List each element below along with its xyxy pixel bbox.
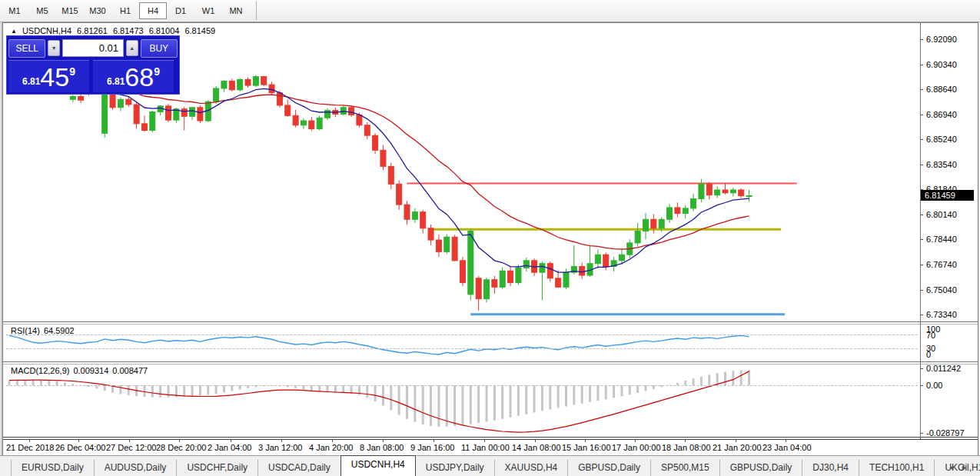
price-tick-mark — [920, 215, 923, 215]
time-tick-mark — [685, 439, 686, 442]
candle-body — [253, 77, 258, 85]
time-axis-label: 27 Dec 12:00 — [106, 443, 156, 452]
ohlc-low: 6.81004 — [149, 26, 180, 35]
volume-decrease-button[interactable]: ▼ — [48, 40, 60, 56]
candle-body — [277, 93, 282, 105]
candle-body — [715, 190, 720, 195]
price-tick-mark — [920, 89, 923, 90]
price-axis-label: 6.75040 — [926, 285, 957, 295]
time-axis-label: 11 Jan 00:00 — [461, 443, 510, 452]
candle-body — [373, 135, 378, 150]
timeframe-button-h1[interactable]: H1 — [111, 2, 139, 19]
candle-body — [492, 280, 497, 288]
chart-tab-sp500-m15[interactable]: SP500,M15 — [651, 460, 720, 476]
rsi-macd-separator[interactable] — [3, 361, 978, 362]
buy-price-quote[interactable]: 6.81 68 9 — [93, 60, 174, 92]
time-axis-label: 21 Dec 2018 — [6, 443, 54, 452]
candle-body — [301, 121, 306, 125]
candle-body — [603, 255, 609, 266]
candle-body — [643, 219, 649, 231]
tabs-scroll-left-icon[interactable]: ◄ — [948, 464, 961, 471]
rsi-name: RSI(14) — [11, 326, 40, 335]
chart-ohlc-header: ▲ USDCNH,H4 6.81261 6.81473 6.81004 6.81… — [11, 26, 215, 35]
candle-body — [364, 125, 370, 135]
price-tick-mark — [920, 65, 923, 65]
timeframe-button-m5[interactable]: M5 — [28, 2, 56, 19]
candle-body — [706, 184, 712, 195]
main-rsi-separator-2 — [3, 324, 978, 325]
current-price-tag: 6.81459 — [921, 190, 974, 201]
candle-body — [150, 112, 155, 131]
chart-tab-bar: EURUSD,DailyAUDUSD,DailyUSDCHF,DailyUSDC… — [0, 455, 980, 476]
rsi-axis-label: 70 — [926, 331, 935, 340]
chart-tab-usdcad-daily[interactable]: USDCAD,Daily — [258, 460, 341, 476]
main-rsi-separator[interactable] — [3, 321, 978, 322]
chart-tab-xauusd-h4[interactable]: XAUUSD,H4 — [495, 460, 569, 476]
candle-body — [349, 108, 354, 115]
candle-body — [309, 121, 314, 129]
chart-tab-usdjpy-daily[interactable]: USDJPY,Daily — [416, 460, 495, 476]
candle-body — [380, 150, 386, 166]
chart-tab-gbpusd-daily[interactable]: GBPUSD,Daily — [568, 460, 651, 476]
time-tick-mark — [29, 439, 30, 442]
candle-body — [523, 261, 529, 268]
ma-slow-line — [9, 85, 749, 250]
chart-tab-gbpusd-daily[interactable]: GBPUSD,Daily — [720, 460, 803, 476]
candle-body — [198, 108, 203, 121]
rsi-level-70-line — [6, 335, 918, 335]
rsi-line — [9, 335, 749, 355]
timeframe-button-m30[interactable]: M30 — [84, 2, 111, 19]
candle-body — [723, 190, 728, 193]
timeframe-button-w1[interactable]: W1 — [194, 2, 222, 19]
chart-tab-usdchf-daily[interactable]: USDCHF,Daily — [177, 460, 258, 476]
price-axis-label: 6.90340 — [926, 60, 957, 69]
chart-tab-dj30-h4[interactable]: DJ30,H4 — [802, 460, 859, 476]
price-tick-mark — [920, 139, 923, 140]
buy-button[interactable]: BUY — [141, 39, 178, 58]
candle-body — [214, 88, 219, 102]
timeframe-button-d1[interactable]: D1 — [167, 2, 194, 19]
candle-body — [468, 231, 473, 295]
ohlc-close: 6.81459 — [184, 26, 215, 35]
candle-body — [547, 264, 553, 278]
timeframe-button-mn[interactable]: MN — [222, 2, 250, 19]
timeframe-button-h4[interactable]: H4 — [139, 2, 167, 19]
chart-tab-audusd-daily[interactable]: AUDUSD,Daily — [95, 460, 178, 476]
rsi-axis-label: 0 — [926, 350, 931, 359]
sell-price-quote[interactable]: 6.81 45 9 — [8, 60, 89, 92]
timeframe-button-m15[interactable]: M15 — [56, 2, 84, 19]
sell-button[interactable]: SELL — [8, 39, 45, 58]
time-axis-label: 9 Jan 16:00 — [410, 443, 455, 452]
tabs-scroll-right-icon[interactable]: ► — [961, 464, 974, 471]
volume-increase-button[interactable]: ▲ — [126, 40, 138, 56]
volume-input[interactable] — [62, 39, 124, 57]
candle-body — [556, 278, 561, 287]
candle-body — [635, 231, 640, 243]
time-tick-mark — [332, 439, 333, 442]
ohlc-open: 6.81261 — [77, 26, 108, 35]
chart-tab-eurusd-daily[interactable]: EURUSD,Daily — [11, 460, 95, 476]
candle-body — [285, 105, 291, 115]
sell-price-pip: 9 — [69, 65, 75, 78]
macd-name: MACD(12,26,9) — [11, 366, 69, 375]
candle-body — [563, 272, 569, 287]
rsi-label: RSI(14) 64.5902 — [11, 326, 75, 335]
price-axis-label: 6.83540 — [926, 160, 957, 169]
rsi-level-30-line — [6, 348, 918, 349]
candle-body — [397, 184, 402, 205]
chart-tab-usdcnh-h4[interactable]: USDCNH,H4 — [341, 455, 416, 476]
rsi-macd-separator-2 — [3, 364, 978, 364]
chart-tab-tech100-h1[interactable]: TECH100,H1 — [859, 460, 935, 476]
time-axis-label: 15 Jan 16:00 — [562, 443, 611, 452]
candle-body — [134, 105, 139, 124]
time-axis-label: 17 Jan 00:00 — [612, 443, 661, 452]
candle-body — [444, 237, 450, 251]
collapse-icon[interactable]: ▲ — [11, 28, 17, 35]
candle-body — [412, 212, 417, 220]
candle-body — [667, 208, 673, 219]
candle-body — [118, 99, 123, 108]
candle-body — [238, 79, 243, 89]
timeframe-button-m1[interactable]: M1 — [1, 2, 28, 19]
candle-body — [420, 212, 426, 228]
candle-body — [659, 219, 664, 228]
